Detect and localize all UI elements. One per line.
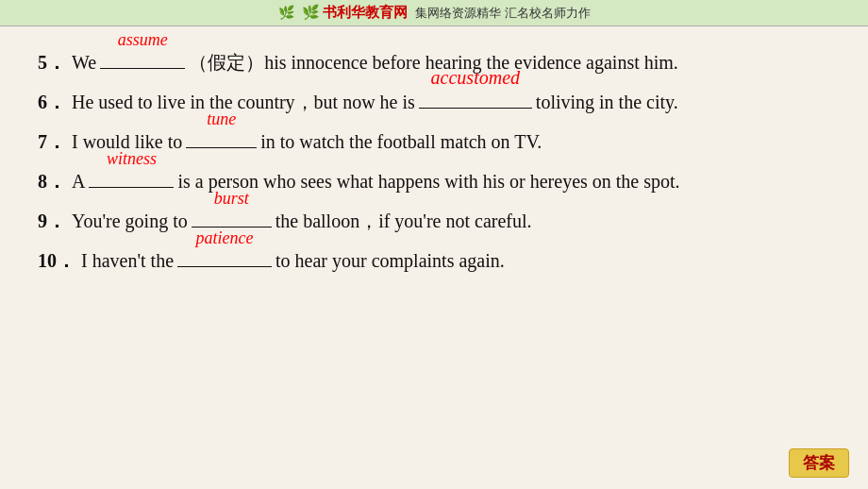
site-name: 🌿 书利华教育网 [302, 4, 409, 22]
q6-answer: accustomed [431, 59, 520, 96]
q8-answer: witness [107, 142, 157, 176]
q10-before: I haven't the [81, 242, 174, 279]
q9-number: 9． [38, 202, 66, 240]
q7-blank: tune [186, 123, 257, 160]
q10-after: to hear your complaints again. [275, 242, 505, 279]
q7-after: in to watch the football match on TV. [260, 123, 542, 160]
leaf-icon: 🌿 [278, 5, 294, 21]
q6-blank: accustomed [419, 83, 532, 121]
answer-badge[interactable]: 答案 [789, 448, 849, 478]
q7-number: 7． [38, 123, 66, 160]
question-8: 8． A witness is a person who sees what h… [38, 162, 830, 200]
q9-before: You're going to [72, 202, 188, 240]
q10-blank: patience [177, 242, 272, 279]
q5-blank: assume [100, 43, 185, 81]
q10-answer: patience [196, 221, 254, 255]
q5-underline [100, 68, 185, 69]
q8-continuation: eyes on the spot. [554, 162, 679, 200]
question-6: 6． He used to live in the country，but no… [38, 83, 830, 121]
q5-answer: assume [118, 23, 168, 57]
q10-underline [177, 266, 272, 267]
q6-number: 6． [38, 83, 66, 121]
q8-before: A [72, 162, 85, 200]
q5-number: 5． [38, 43, 66, 81]
header-tagline: 集网络资源精华 汇名校名师力作 [415, 5, 590, 22]
q6-continuation: living in the city. [550, 83, 677, 121]
question-9: 9． You're going to burst the balloon，if … [38, 202, 830, 240]
q8-underline [89, 187, 174, 188]
content-area: 5． We assume （假定）his innocence before he… [0, 26, 868, 291]
q5-before: We [72, 43, 96, 81]
q7-answer: tune [207, 102, 236, 136]
q9-after: the balloon，if you're not careful. [275, 202, 532, 240]
q9-answer: burst [214, 181, 249, 215]
q6-before: He used to live in the country，but now h… [72, 83, 415, 121]
q7-underline [186, 147, 257, 148]
question-10: 10． I haven't the patience to hear your … [38, 242, 830, 279]
q10-number: 10． [38, 242, 75, 279]
question-7: 7． I would like to tune in to watch the … [38, 123, 830, 160]
q6-to: to [536, 83, 551, 121]
q8-blank: witness [89, 162, 174, 200]
q6-underline [419, 108, 532, 109]
q8-number: 8． [38, 162, 66, 200]
